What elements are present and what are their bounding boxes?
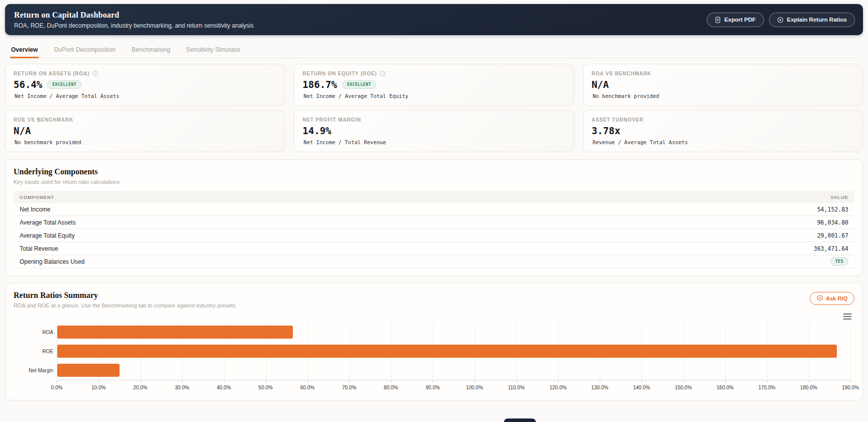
chart-bar-row: Net Margin bbox=[57, 361, 850, 380]
column-value: VALUE bbox=[831, 194, 849, 200]
tab-benchmarking[interactable]: Benchmarking bbox=[131, 43, 171, 58]
axis-tick-label: 60.0% bbox=[300, 385, 314, 390]
page-subtitle: ROA, ROE, DuPont decomposition, industry… bbox=[14, 22, 254, 29]
tab-dupont-decomposition[interactable]: DuPont Decomposition bbox=[53, 43, 117, 58]
metric-cards-grid: RETURN ON ASSETS (ROA) i 56.4% EXCELLENT… bbox=[5, 64, 863, 152]
ask-riq-button[interactable]: Ask RiQ bbox=[810, 292, 854, 305]
document-icon bbox=[715, 17, 721, 23]
axis-tick-mark bbox=[558, 380, 559, 383]
axis-tick-mark bbox=[349, 380, 350, 383]
component-name: Net Income bbox=[20, 206, 50, 213]
component-value: 29,001.67 bbox=[817, 232, 848, 239]
axis-tick-label: 130.0% bbox=[591, 385, 608, 390]
metric-card-roe: RETURN ON EQUITY (ROE) i 186.7% EXCELLEN… bbox=[294, 64, 574, 106]
floating-widget[interactable] bbox=[504, 418, 536, 422]
section-title: Return Ratios Summary bbox=[14, 291, 237, 300]
metric-value: N/A bbox=[14, 125, 31, 136]
axis-tick-label: 50.0% bbox=[259, 385, 273, 390]
axis-tick-label: 70.0% bbox=[342, 385, 356, 390]
yes-badge: YES bbox=[830, 257, 848, 266]
export-pdf-button[interactable]: Export PDF bbox=[707, 13, 764, 27]
section-subtitle: Key inputs used for return ratio calcula… bbox=[14, 179, 854, 185]
metric-formula: Net Income / Average Total Assets bbox=[14, 93, 276, 99]
axis-tick-mark bbox=[475, 380, 475, 383]
components-table: COMPONENT VALUE Net Income 54,152.83 Ave… bbox=[14, 191, 854, 268]
axis-tick-mark bbox=[57, 380, 57, 383]
axis-tick-mark bbox=[140, 380, 141, 383]
return-ratios-summary-card: Return Ratios Summary ROA and ROE at a g… bbox=[5, 283, 863, 400]
metric-value: 3.78x bbox=[592, 125, 620, 136]
ask-riq-label: Ask RiQ bbox=[826, 295, 847, 301]
axis-tick-mark bbox=[641, 380, 642, 383]
dashboard-header: Return on Capital Dashboard ROA, ROE, Du… bbox=[5, 4, 863, 35]
chart-bar-row: ROE bbox=[57, 342, 850, 361]
metric-label: ROE VS BENCHMARK bbox=[14, 117, 73, 123]
page-title: Return on Capital Dashboard bbox=[14, 11, 254, 20]
bar-roa[interactable] bbox=[57, 326, 293, 339]
axis-tick-label: 160.0% bbox=[717, 385, 734, 390]
metric-formula: Net Income / Average Total Equity bbox=[302, 93, 565, 99]
axis-tick-mark bbox=[600, 380, 600, 383]
axis-tick-mark bbox=[432, 380, 433, 383]
axis-tick-label: 90.0% bbox=[425, 385, 440, 390]
bar-net-margin[interactable] bbox=[57, 364, 120, 377]
metric-label: RETURN ON EQUITY (ROE) bbox=[302, 71, 377, 76]
chart-bar-row: ROA bbox=[57, 323, 850, 342]
component-name: Opening Balances Used bbox=[20, 258, 84, 265]
target-circle-icon bbox=[777, 17, 784, 23]
table-header: COMPONENT VALUE bbox=[14, 191, 854, 203]
table-row: Average Total Assets 96,034.80 bbox=[14, 216, 854, 229]
export-pdf-label: Export PDF bbox=[724, 17, 756, 23]
metric-label: NET PROFIT MARGIN bbox=[302, 117, 361, 123]
status-badge: EXCELLENT bbox=[342, 80, 376, 89]
axis-tick-mark bbox=[266, 380, 266, 383]
chart-menu-icon[interactable] bbox=[843, 313, 851, 320]
axis-tick-label: 150.0% bbox=[675, 385, 692, 390]
axis-tick-mark bbox=[98, 380, 99, 383]
axis-tick-label: 140.0% bbox=[633, 385, 650, 390]
metric-label: ROA VS BENCHMARK bbox=[592, 71, 652, 76]
metric-label: RETURN ON ASSETS (ROA) bbox=[14, 71, 89, 76]
metric-value: N/A bbox=[592, 79, 609, 90]
component-value: 54,152.83 bbox=[817, 206, 848, 213]
table-row: Total Revenue 363,471.64 bbox=[14, 242, 854, 255]
component-value: 363,471.64 bbox=[814, 245, 848, 252]
category-label: Net Margin bbox=[15, 368, 53, 373]
component-name: Average Total Assets bbox=[20, 219, 76, 226]
tab-overview[interactable]: Overview bbox=[10, 43, 39, 58]
underlying-components-card: Underlying Components Key inputs used fo… bbox=[5, 159, 863, 276]
info-icon[interactable]: i bbox=[380, 71, 385, 76]
bar-roe[interactable] bbox=[57, 345, 837, 358]
axis-tick-label: 100.0% bbox=[466, 385, 483, 390]
info-icon[interactable]: i bbox=[92, 71, 98, 76]
axis-tick-mark bbox=[850, 380, 851, 383]
metric-formula: No benchmark provided bbox=[592, 93, 854, 99]
component-name: Total Revenue bbox=[20, 245, 58, 252]
tab-bar: Overview DuPont Decomposition Benchmarki… bbox=[10, 43, 858, 58]
axis-tick-label: 0.0% bbox=[51, 385, 63, 390]
metric-label: ASSET TURNOVER bbox=[592, 117, 643, 123]
axis-tick-label: 180.0% bbox=[800, 385, 817, 390]
axis-tick-mark bbox=[725, 380, 726, 383]
axis-tick-label: 40.0% bbox=[216, 385, 231, 390]
chart-x-axis: 0.0%10.0%20.0%30.0%40.0%50.0%60.0%70.0%8… bbox=[57, 380, 850, 393]
axis-tick-mark bbox=[224, 380, 225, 383]
metric-card-asset-turnover: ASSET TURNOVER 3.78x Revenue / Average T… bbox=[583, 110, 863, 152]
metric-value: 186.7% bbox=[302, 79, 337, 90]
section-subtitle: ROA and ROE at a glance. Use the Benchma… bbox=[14, 302, 237, 308]
axis-tick-label: 110.0% bbox=[508, 385, 524, 390]
explain-return-ratios-button[interactable]: Explain Return Ratios bbox=[769, 13, 855, 27]
axis-tick-label: 120.0% bbox=[550, 385, 567, 390]
axis-tick-label: 170.0% bbox=[758, 385, 776, 390]
metric-card-net-profit-margin: NET PROFIT MARGIN 14.9% Net Income / Tot… bbox=[294, 110, 574, 152]
explain-return-ratios-label: Explain Return Ratios bbox=[787, 17, 847, 23]
axis-tick-label: 20.0% bbox=[133, 385, 147, 390]
metric-card-roe-vs-benchmark: ROE VS BENCHMARK N/A No benchmark provid… bbox=[5, 110, 285, 152]
table-row: Average Total Equity 29,001.67 bbox=[14, 229, 854, 242]
metric-formula: Revenue / Average Total Assets bbox=[592, 139, 854, 145]
metric-value: 56.4% bbox=[14, 79, 42, 90]
tab-sensitivity-simulator[interactable]: Sensitivity Simulator bbox=[185, 43, 242, 58]
axis-tick-mark bbox=[516, 380, 517, 383]
metric-card-roa: RETURN ON ASSETS (ROA) i 56.4% EXCELLENT… bbox=[5, 64, 285, 106]
category-label: ROE bbox=[15, 349, 53, 354]
